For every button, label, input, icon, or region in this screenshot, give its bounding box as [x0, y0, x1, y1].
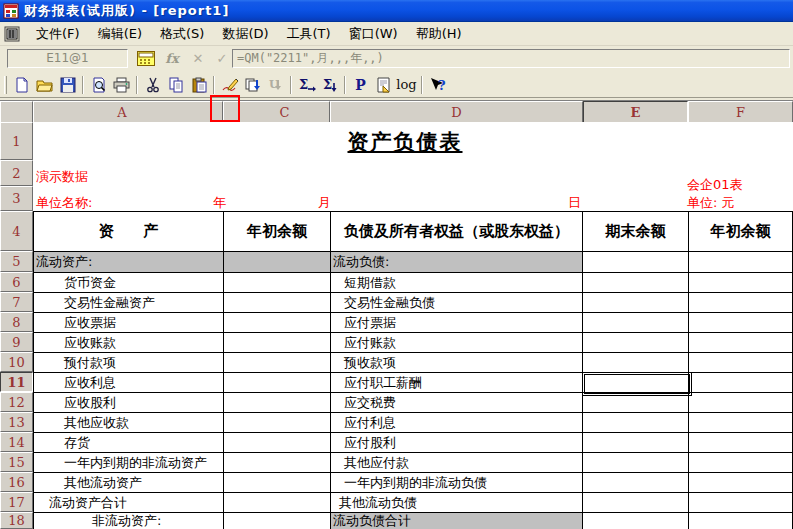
cell-asset-6[interactable]: 货币资金	[34, 273, 224, 293]
cell-begin-balance-16[interactable]	[224, 473, 331, 493]
cell-asset-13[interactable]: 其他应收款	[34, 413, 224, 433]
cell-begin-balance2-7[interactable]	[689, 293, 793, 313]
spreadsheet-grid[interactable]: 123456789101112131415161718 资产负债表 演示数据 会…	[0, 122, 793, 529]
paste-icon[interactable]	[187, 74, 210, 96]
row-header-1[interactable]: 1	[0, 122, 33, 160]
cell-liability-17[interactable]: 其他流动负债	[331, 493, 583, 513]
log-icon[interactable]: log	[395, 74, 418, 96]
cell-liability-14[interactable]: 应付股利	[331, 433, 583, 453]
cut-icon[interactable]	[141, 74, 164, 96]
cell-begin-balance-6[interactable]	[224, 273, 331, 293]
cell-asset-16[interactable]: 其他流动资产	[34, 473, 224, 493]
menu-help[interactable]: 帮助(H)	[408, 22, 470, 46]
active-cell-cursor[interactable]	[582, 372, 692, 396]
calculator-icon[interactable]	[136, 49, 156, 68]
row-header-16[interactable]: 16	[0, 472, 33, 492]
open-icon[interactable]	[33, 74, 56, 96]
row-header-4[interactable]: 4	[0, 211, 33, 251]
precision-icon[interactable]: P	[349, 74, 372, 96]
cell-begin-balance2-17[interactable]	[689, 493, 793, 513]
cell-asset-7[interactable]: 交易性金融资产	[34, 293, 224, 313]
cell-asset-15[interactable]: 一年内到期的非流动资产	[34, 453, 224, 473]
cell-begin-balance-7[interactable]	[224, 293, 331, 313]
cell-liability-9[interactable]: 应付账款	[331, 333, 583, 353]
cell-asset-14[interactable]: 存货	[34, 433, 224, 453]
row-header-11[interactable]: 11	[0, 372, 33, 392]
year-cell[interactable]: 年	[213, 194, 226, 212]
cell-liability-16[interactable]: 一年内到期的非流动负债	[331, 473, 583, 493]
row-header-12[interactable]: 12	[0, 392, 33, 412]
row-header-9[interactable]: 9	[0, 332, 33, 352]
header-end-balance[interactable]: 期末余额	[583, 212, 689, 252]
cell-begin-balance2-8[interactable]	[689, 313, 793, 333]
cell-liability-12[interactable]: 应交税费	[331, 393, 583, 413]
cell-end-balance-18[interactable]	[583, 513, 689, 529]
unit-name-cell[interactable]: 单位名称:	[36, 194, 92, 212]
audit-pen-icon[interactable]	[218, 74, 241, 96]
month-cell[interactable]: 月	[318, 194, 331, 212]
cell-end-balance-14[interactable]	[583, 433, 689, 453]
copy-icon[interactable]	[164, 74, 187, 96]
cell-begin-balance2-9[interactable]	[689, 333, 793, 353]
menu-file[interactable]: 文件(F)	[28, 22, 88, 46]
menu-window[interactable]: 窗口(W)	[341, 22, 406, 46]
cell-end-balance-13[interactable]	[583, 413, 689, 433]
cell-liability-10[interactable]: 预收款项	[331, 353, 583, 373]
row-header-18[interactable]: 18	[0, 512, 33, 529]
page-flip-icon[interactable]	[372, 74, 395, 96]
cell-end-balance-12[interactable]	[583, 393, 689, 413]
cell-end-balance-9[interactable]	[583, 333, 689, 353]
collate-down-icon[interactable]	[241, 74, 264, 96]
header-assets[interactable]: 资 产	[34, 212, 224, 252]
cell-begin-balance-9[interactable]	[224, 333, 331, 353]
cell-asset-17[interactable]: 流动资产合计	[34, 493, 224, 513]
day-cell[interactable]: 日	[568, 194, 581, 212]
menu-tools[interactable]: 工具(T)	[279, 22, 339, 46]
cell-begin-balance2-5[interactable]	[689, 252, 793, 273]
row-header-5[interactable]: 5	[0, 251, 33, 272]
cell-end-balance-17[interactable]	[583, 493, 689, 513]
cell-liability-8[interactable]: 应付票据	[331, 313, 583, 333]
select-all-corner[interactable]	[0, 101, 33, 123]
demo-note-cell[interactable]: 演示数据	[36, 168, 88, 186]
cell-begin-balance2-13[interactable]	[689, 413, 793, 433]
cell-begin-balance2-18[interactable]	[689, 513, 793, 529]
cell-begin-balance-17[interactable]	[224, 493, 331, 513]
row-header-14[interactable]: 14	[0, 432, 33, 452]
cell-asset-5[interactable]: 流动资产:	[34, 252, 224, 273]
cell-end-balance-8[interactable]	[583, 313, 689, 333]
cell-begin-balance-12[interactable]	[224, 393, 331, 413]
cell-asset-9[interactable]: 应收账款	[34, 333, 224, 353]
header-begin-balance-2[interactable]: 年初余额	[689, 212, 793, 252]
form-code-cell[interactable]: 会企01表	[687, 176, 743, 194]
cell-begin-balance2-12[interactable]	[689, 393, 793, 413]
cell-begin-balance2-16[interactable]	[689, 473, 793, 493]
cell-reference-box[interactable]: E11@1	[7, 49, 128, 68]
menu-data[interactable]: 数据(D)	[214, 22, 276, 46]
cell-begin-balance-14[interactable]	[224, 433, 331, 453]
report-title-cell[interactable]: 资产负债表	[33, 128, 777, 156]
cell-liability-15[interactable]: 其他应付款	[331, 453, 583, 473]
function-wizard-button[interactable]: fx	[162, 49, 182, 68]
menu-format[interactable]: 格式(S)	[152, 22, 212, 46]
cell-end-balance-10[interactable]	[583, 353, 689, 373]
cell-begin-balance-13[interactable]	[224, 413, 331, 433]
column-header-a[interactable]: A	[33, 101, 211, 123]
cell-begin-balance-18[interactable]	[224, 513, 331, 529]
column-header-d[interactable]: D	[330, 101, 583, 123]
cell-begin-balance2-15[interactable]	[689, 453, 793, 473]
sum-column-icon[interactable]: Σ	[318, 74, 341, 96]
header-liabilities[interactable]: 负债及所有者权益（或股东权益）	[331, 212, 583, 252]
row-header-6[interactable]: 6	[0, 272, 33, 292]
header-begin-balance[interactable]: 年初余额	[224, 212, 331, 252]
document-icon[interactable]	[4, 26, 20, 42]
cell-asset-10[interactable]: 预付款项	[34, 353, 224, 373]
help-icon[interactable]: ?	[426, 74, 449, 96]
row-header-7[interactable]: 7	[0, 292, 33, 312]
cell-asset-18[interactable]: 非流动资产:	[34, 513, 224, 529]
title-bar[interactable]: 财务报表(试用版) - [report1]	[0, 0, 793, 22]
save-icon[interactable]	[56, 74, 79, 96]
cell-begin-balance-5[interactable]	[224, 252, 331, 273]
cell-begin-balance-11[interactable]	[224, 373, 331, 393]
row-header-10[interactable]: 10	[0, 352, 33, 372]
